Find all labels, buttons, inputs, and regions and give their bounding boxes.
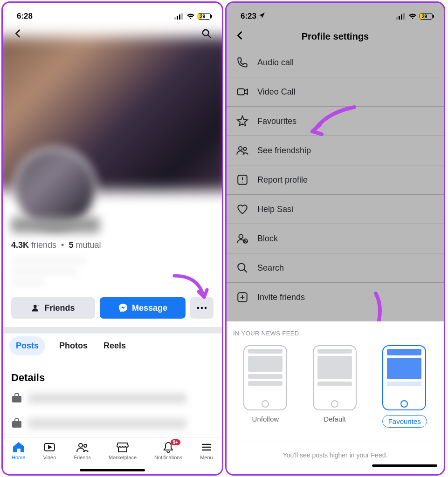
back-button[interactable] — [235, 30, 245, 42]
svg-rect-10 — [12, 396, 21, 402]
option-unfollow[interactable]: Unfollow — [243, 345, 287, 428]
battery-icon: 29 — [198, 13, 211, 20]
search-icon — [236, 262, 249, 274]
setting-audio-call[interactable]: Audio call — [227, 48, 444, 77]
action-buttons: Friends Message — [11, 297, 214, 319]
messenger-icon — [118, 303, 128, 313]
profile-name — [11, 217, 100, 233]
nav-menu[interactable]: Menu — [200, 441, 213, 460]
svg-rect-11 — [12, 421, 21, 428]
detail-row-2 — [11, 418, 186, 429]
friends-summary[interactable]: 4.3K friends • 5 mutual — [11, 240, 101, 250]
svg-rect-3 — [181, 13, 183, 20]
setting-block[interactable]: Block — [227, 224, 444, 253]
feed-options: Unfollow Default Favourites — [233, 345, 437, 428]
svg-point-9 — [205, 307, 207, 309]
friends-icon — [76, 441, 89, 453]
tab-posts[interactable]: Posts — [9, 336, 45, 355]
status-bar: 6:23 29 — [227, 3, 444, 25]
more-button[interactable] — [190, 297, 214, 319]
svg-point-5 — [34, 305, 37, 308]
svg-point-14 — [84, 444, 87, 447]
svg-point-8 — [201, 307, 203, 309]
svg-rect-15 — [396, 17, 398, 20]
svg-point-25 — [238, 263, 245, 270]
block-icon — [236, 232, 249, 245]
status-time: 6:23 — [241, 12, 265, 21]
feed-sheet: IN YOUR NEWS FEED Unfollow Default — [227, 321, 444, 474]
ellipsis-icon — [197, 307, 207, 309]
message-button[interactable]: Message — [100, 297, 186, 319]
setting-search[interactable]: Search — [227, 253, 444, 283]
status-time: 6:28 — [17, 12, 33, 21]
camera-icon — [236, 86, 249, 98]
section-divider — [3, 327, 222, 334]
marketplace-icon — [116, 441, 129, 453]
nav-marketplace[interactable]: Marketplace — [109, 441, 137, 460]
friendship-icon — [236, 144, 249, 157]
cell-signal-icon — [174, 13, 184, 20]
svg-rect-17 — [401, 14, 402, 20]
briefcase-icon — [11, 418, 22, 429]
svg-point-23 — [239, 234, 243, 238]
notification-badge: 9+ — [171, 439, 180, 445]
svg-rect-19 — [237, 89, 244, 95]
setting-friendship[interactable]: See friendship — [227, 136, 444, 165]
nav-video[interactable]: Video — [43, 441, 56, 460]
svg-rect-18 — [403, 13, 405, 20]
setting-favourites[interactable]: Favourites — [227, 107, 444, 136]
status-bar: 6:28 29 — [3, 3, 222, 25]
nav-notifications[interactable]: 9+ Notifications — [154, 441, 182, 460]
cell-signal-icon — [396, 13, 406, 20]
star-icon — [236, 115, 249, 127]
setting-report[interactable]: Report profile — [227, 165, 444, 195]
svg-rect-1 — [177, 16, 178, 20]
home-indicator[interactable] — [80, 469, 145, 471]
bio-text: ～～～～～～～～～～～～～～～～～～～～～ — [11, 254, 188, 284]
svg-point-13 — [79, 443, 83, 447]
bottom-nav: Home Video Friends Marketplace 9+ Notifi… — [3, 437, 222, 474]
setting-help[interactable]: Help Sasi — [227, 195, 444, 224]
svg-point-21 — [243, 148, 247, 151]
svg-rect-16 — [399, 16, 400, 20]
report-icon — [236, 174, 249, 186]
invite-icon — [236, 291, 249, 303]
wifi-icon — [408, 13, 417, 20]
setting-invite[interactable]: Invite friends — [227, 283, 444, 312]
status-indicators: 29 — [174, 13, 211, 20]
option-default[interactable]: Default — [313, 345, 357, 428]
svg-point-7 — [197, 307, 199, 309]
briefcase-icon — [11, 393, 22, 403]
profile-tabs: Posts Photos Reels — [9, 336, 128, 355]
status-indicators: 29 — [396, 13, 433, 20]
option-favourites[interactable]: Favourites — [382, 345, 427, 428]
nav-home[interactable]: Home — [12, 441, 25, 460]
details-heading: Details — [11, 372, 45, 384]
home-icon — [12, 441, 25, 453]
nav-friends[interactable]: Friends — [74, 441, 91, 460]
setting-video-call[interactable]: Video Call — [227, 77, 444, 107]
sheet-heading: IN YOUR NEWS FEED — [233, 330, 437, 337]
svg-rect-0 — [174, 17, 176, 20]
profile-settings-screen: 6:23 29 Profile settings Audio call Vide… — [225, 1, 445, 476]
battery-icon: 29 — [420, 13, 433, 20]
phone-icon — [236, 56, 249, 68]
settings-nav: Profile settings — [227, 25, 444, 48]
menu-icon — [200, 441, 213, 453]
page-title: Profile settings — [302, 31, 369, 42]
svg-point-20 — [239, 147, 242, 150]
home-indicator[interactable] — [372, 464, 437, 467]
svg-point-6 — [38, 305, 39, 306]
sheet-footer: You'll see posts higher in your Feed. — [233, 441, 437, 459]
tab-reels[interactable]: Reels — [102, 336, 128, 355]
svg-rect-2 — [179, 14, 180, 20]
tab-photos[interactable]: Photos — [57, 336, 90, 355]
location-icon — [259, 12, 265, 19]
detail-row-1 — [11, 393, 186, 403]
wifi-icon — [186, 13, 195, 20]
profile-screen: 6:28 29 4.3K friends • 5 mutual ～～～～～～～～… — [1, 1, 223, 476]
settings-list: Audio call Video Call Favourites See fri… — [227, 48, 444, 312]
friends-button[interactable]: Friends — [11, 297, 95, 319]
video-icon — [43, 441, 56, 453]
heart-icon — [236, 203, 249, 215]
